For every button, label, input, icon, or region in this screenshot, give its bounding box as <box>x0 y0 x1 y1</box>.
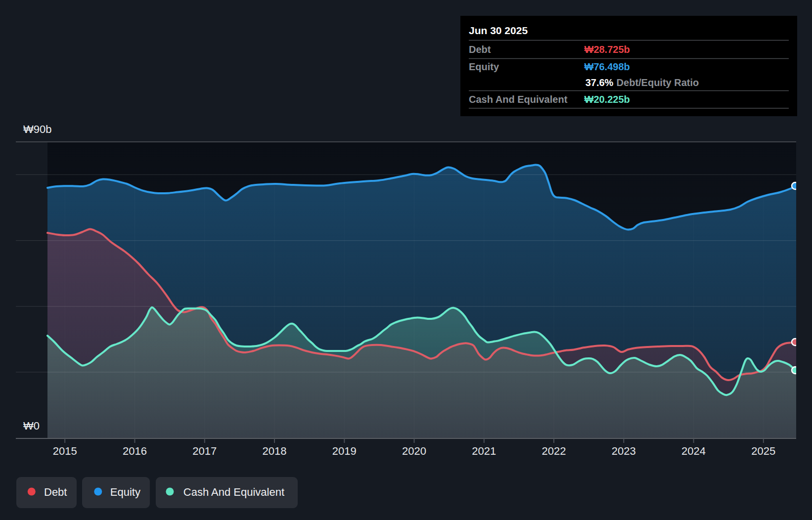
svg-text:2019: 2019 <box>332 445 357 457</box>
svg-text:37.6%: 37.6% <box>586 77 614 88</box>
svg-text:Debt/Equity Ratio: Debt/Equity Ratio <box>617 77 699 88</box>
svg-text:₩0: ₩0 <box>23 420 40 432</box>
svg-text:₩28.725b: ₩28.725b <box>585 44 630 55</box>
svg-text:₩20.225b: ₩20.225b <box>585 94 630 105</box>
svg-text:Equity: Equity <box>110 486 140 498</box>
svg-text:2020: 2020 <box>402 445 426 457</box>
svg-text:Equity: Equity <box>469 61 499 72</box>
svg-text:2017: 2017 <box>192 445 217 457</box>
svg-text:₩90b: ₩90b <box>23 123 51 135</box>
svg-text:2025: 2025 <box>751 445 775 457</box>
svg-text:Cash And Equivalent: Cash And Equivalent <box>183 486 284 498</box>
svg-text:2015: 2015 <box>53 445 77 457</box>
svg-text:2022: 2022 <box>542 445 566 457</box>
svg-text:Debt: Debt <box>44 486 67 498</box>
svg-text:₩76.498b: ₩76.498b <box>585 61 630 72</box>
svg-text:2018: 2018 <box>263 445 287 457</box>
svg-text:2021: 2021 <box>472 445 496 457</box>
svg-text:Debt: Debt <box>469 44 491 55</box>
svg-text:Jun 30 2025: Jun 30 2025 <box>469 25 528 36</box>
svg-text:2023: 2023 <box>612 445 636 457</box>
svg-text:2016: 2016 <box>123 445 147 457</box>
svg-text:Cash And Equivalent: Cash And Equivalent <box>469 94 568 105</box>
svg-text:2024: 2024 <box>681 445 706 457</box>
